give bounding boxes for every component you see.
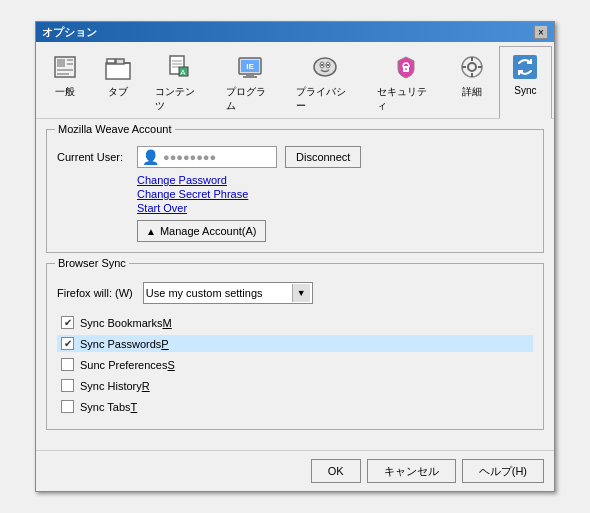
current-user-row: Current User: 👤 ●●●●●●●● Disconnect	[57, 146, 533, 168]
content-icon: A	[163, 51, 195, 83]
svg-rect-2	[67, 59, 73, 61]
sync-bookmarks-checkbox[interactable]	[61, 316, 74, 329]
sync-tabs-checkbox[interactable]	[61, 400, 74, 413]
select-value: Use my custom settings	[146, 287, 292, 299]
svg-rect-1	[57, 59, 65, 67]
change-password-link[interactable]: Change Password	[137, 174, 533, 186]
svg-rect-20	[243, 76, 257, 78]
general-icon	[49, 51, 81, 83]
tabs-label: タブ	[108, 85, 128, 99]
privacy-icon	[309, 51, 341, 83]
toolbar-item-security[interactable]: セキュリティ	[366, 46, 446, 118]
advanced-icon	[456, 51, 488, 83]
svg-rect-35	[513, 55, 537, 79]
account-links: Change Password Change Secret Phrase Sta…	[137, 174, 533, 214]
svg-rect-5	[57, 73, 69, 75]
general-label: 一般	[55, 85, 75, 99]
sync-passwords-label: Sync PasswordsP	[80, 338, 169, 350]
programs-label: プログラム	[226, 85, 275, 113]
toolbar-item-advanced[interactable]: 詳細	[446, 46, 499, 118]
sync-history-checkbox[interactable]	[61, 379, 74, 392]
sync-tabs-label: Sync TabsT	[80, 401, 137, 413]
change-secret-phrase-link[interactable]: Change Secret Phrase	[137, 188, 533, 200]
footer: OK キャンセル ヘルプ(H)	[36, 450, 554, 491]
sync-bookmarks-row: Sync BookmarksM	[57, 314, 533, 331]
svg-point-22	[314, 58, 336, 76]
privacy-label: プライバシー	[296, 85, 354, 113]
toolbar-item-general[interactable]: 一般	[38, 46, 91, 118]
options-window: オプション × 一般	[35, 21, 555, 492]
user-value: ●●●●●●●●	[163, 151, 216, 163]
firefox-will-row: Firefox will: (W) Use my custom settings…	[57, 282, 533, 304]
user-input[interactable]: 👤 ●●●●●●●●	[137, 146, 277, 168]
start-over-link[interactable]: Start Over	[137, 202, 533, 214]
svg-rect-6	[106, 63, 130, 79]
sync-preferences-checkbox[interactable]	[61, 358, 74, 371]
mozilla-weave-group: Mozilla Weave Account Current User: 👤 ●●…	[46, 129, 544, 253]
svg-rect-3	[67, 63, 73, 65]
svg-rect-4	[57, 69, 73, 71]
disconnect-button[interactable]: Disconnect	[285, 146, 361, 168]
browser-sync-group: Browser Sync Firefox will: (W) Use my cu…	[46, 263, 544, 430]
security-icon	[390, 51, 422, 83]
cancel-button[interactable]: キャンセル	[367, 459, 456, 483]
custom-settings-select[interactable]: Use my custom settings ▼	[143, 282, 313, 304]
window-title: オプション	[42, 25, 97, 40]
select-arrow-icon: ▼	[292, 284, 310, 302]
mozilla-weave-title: Mozilla Weave Account	[55, 123, 175, 135]
svg-point-25	[321, 64, 323, 66]
content-label: コンテンツ	[155, 85, 204, 113]
ok-button[interactable]: OK	[311, 459, 361, 483]
content-area: Mozilla Weave Account Current User: 👤 ●●…	[36, 119, 554, 450]
manage-arrow-icon: ▲	[146, 226, 156, 237]
sync-history-label: Sync HistoryR	[80, 380, 150, 392]
close-button[interactable]: ×	[534, 25, 548, 39]
sync-preferences-row: Sunc PreferencesS	[57, 356, 533, 373]
toolbar: 一般 タブ	[36, 42, 554, 119]
title-bar: オプション ×	[36, 22, 554, 42]
toolbar-item-sync[interactable]: Sync	[499, 46, 552, 119]
svg-text:IE: IE	[246, 62, 254, 71]
manage-account-label: Manage Account(A)	[160, 225, 257, 237]
browser-sync-title: Browser Sync	[55, 257, 129, 269]
sync-label: Sync	[514, 85, 536, 96]
toolbar-item-privacy[interactable]: プライバシー	[285, 46, 365, 118]
programs-icon: IE	[234, 51, 266, 83]
sync-options: Sync BookmarksM Sync PasswordsP Sunc Pre…	[57, 314, 533, 415]
svg-rect-19	[246, 74, 254, 76]
tabs-icon	[102, 51, 134, 83]
svg-rect-8	[116, 59, 124, 64]
advanced-label: 詳細	[462, 85, 482, 99]
sync-tabs-row: Sync TabsT	[57, 398, 533, 415]
sync-bookmarks-label: Sync BookmarksM	[80, 317, 172, 329]
toolbar-item-tabs[interactable]: タブ	[91, 46, 144, 118]
svg-point-26	[327, 64, 329, 66]
firefox-will-label: Firefox will: (W)	[57, 287, 133, 299]
sync-passwords-checkbox[interactable]	[61, 337, 74, 350]
security-label: セキュリティ	[377, 85, 435, 113]
manage-account-button[interactable]: ▲ Manage Account(A)	[137, 220, 266, 242]
svg-point-28	[405, 68, 407, 70]
toolbar-item-programs[interactable]: IE プログラム	[215, 46, 286, 118]
sync-icon	[509, 51, 541, 83]
toolbar-item-content[interactable]: A コンテンツ	[144, 46, 215, 118]
current-user-label: Current User:	[57, 151, 137, 163]
svg-text:A: A	[181, 68, 187, 77]
sync-preferences-label: Sunc PreferencesS	[80, 359, 175, 371]
svg-point-30	[468, 63, 476, 71]
help-button[interactable]: ヘルプ(H)	[462, 459, 544, 483]
user-avatar-icon: 👤	[142, 149, 159, 165]
sync-passwords-row: Sync PasswordsP	[57, 335, 533, 352]
sync-history-row: Sync HistoryR	[57, 377, 533, 394]
